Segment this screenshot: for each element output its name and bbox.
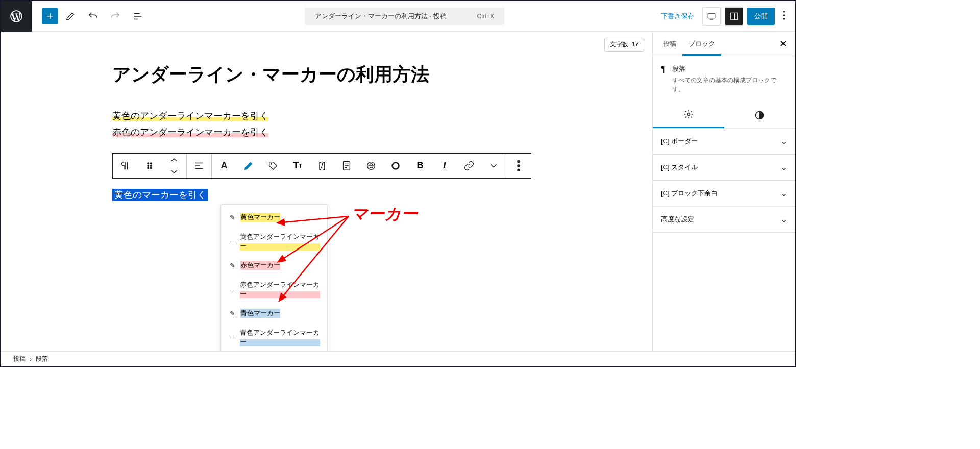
undo-icon[interactable] — [83, 6, 103, 27]
redo-icon[interactable] — [105, 6, 126, 27]
chevron-down-icon: ⌄ — [781, 215, 787, 223]
dash-icon: – — [228, 286, 236, 293]
dropdown-item-yellow-underline[interactable]: – 黄色アンダーラインマーカー — [221, 227, 327, 256]
pen-icon: ✎ — [228, 214, 236, 221]
dash-icon: – — [228, 334, 236, 341]
svg-point-4 — [783, 18, 785, 19]
dropdown-item-blue-underline[interactable]: – 青色アンダーラインマーカー — [221, 323, 327, 351]
shortcut-hint: Ctrl+K — [477, 13, 495, 20]
svg-point-2 — [783, 11, 785, 12]
breadcrumb-post[interactable]: 投稿 — [13, 355, 26, 363]
svg-rect-1 — [730, 13, 738, 20]
paragraph-line-1[interactable]: 黄色のアンダーラインマーカーを引く — [112, 111, 268, 121]
panel-advanced[interactable]: 高度な設定⌄ — [653, 207, 795, 233]
block-title: 段落 — [672, 64, 787, 73]
selected-text[interactable]: 黄色のマーカーを引く — [112, 189, 208, 201]
chevron-down-icon: ⌄ — [781, 137, 787, 145]
panel-margin[interactable]: [C] ブロック下余白⌄ — [653, 181, 795, 207]
svg-point-16 — [518, 165, 520, 167]
close-icon[interactable]: ✕ — [775, 36, 791, 52]
link-icon[interactable] — [457, 154, 481, 178]
dropdown-item-yellow-marker[interactable]: ✎ 黄色マーカー — [221, 208, 327, 227]
panel-style[interactable]: [C] スタイル⌄ — [653, 155, 795, 181]
svg-point-15 — [518, 160, 520, 162]
align-icon[interactable] — [187, 154, 211, 178]
svg-point-8 — [150, 165, 152, 166]
list-view-icon[interactable] — [128, 6, 148, 27]
top-toolbar: + アンダーライン・マーカーの利用方法 · 投稿 Ctrl+K 下書き保存 — [1, 1, 795, 32]
svg-point-9 — [148, 167, 149, 169]
settings-panel-toggle[interactable] — [725, 7, 743, 26]
settings-subtab-styles[interactable] — [724, 102, 796, 128]
svg-point-7 — [148, 165, 149, 166]
paragraph-line-2[interactable]: 赤色のアンダーラインマーカーを引く — [112, 127, 268, 137]
marker-dropdown: ✎ 黄色マーカー – 黄色アンダーラインマーカー ✎ 赤色マーカー – 赤色アン… — [220, 204, 328, 351]
editor-canvas[interactable]: 文字数: 17 アンダーライン・マーカーの利用方法 黄色のアンダーラインマーカー… — [1, 32, 652, 351]
font-size-icon[interactable]: TT — [285, 154, 310, 178]
svg-point-11 — [271, 163, 272, 164]
settings-subtab-gear[interactable] — [653, 102, 724, 128]
shortcode-icon[interactable]: [/] — [310, 154, 334, 178]
settings-sidebar: 投稿 ブロック ✕ ¶ 段落 すべての文章の基本の構成ブロックです。 [C] — [652, 32, 795, 351]
block-toolbar: A TT [/] B I — [112, 153, 531, 179]
italic-icon[interactable]: I — [432, 154, 457, 178]
marker-icon[interactable] — [236, 154, 261, 178]
pen-icon: ✎ — [228, 310, 236, 317]
save-draft-link[interactable]: 下書き保存 — [661, 12, 694, 21]
paragraph-block-icon[interactable] — [113, 154, 137, 178]
dash-icon: – — [228, 238, 236, 245]
dropdown-item-red-marker[interactable]: ✎ 赤色マーカー — [221, 256, 327, 275]
chevron-down-icon: ⌄ — [781, 189, 787, 197]
text-color-icon[interactable]: A — [212, 154, 236, 178]
svg-point-14 — [393, 162, 399, 169]
strikethrough-icon[interactable] — [359, 154, 383, 178]
wordpress-logo[interactable] — [1, 1, 32, 32]
drag-handle-icon[interactable] — [137, 154, 162, 178]
document-title: アンダーライン・マーカーの利用方法 · 投稿 — [315, 12, 447, 21]
circle-icon[interactable] — [383, 154, 408, 178]
more-options-icon[interactable] — [779, 7, 789, 26]
bold-icon[interactable]: B — [408, 154, 432, 178]
annotation-label: マーカー — [351, 203, 418, 226]
preview-icon[interactable] — [702, 7, 721, 26]
breadcrumb-separator: › — [30, 356, 32, 363]
tab-post[interactable]: 投稿 — [657, 32, 682, 56]
tab-block[interactable]: ブロック — [682, 32, 721, 56]
word-count-badge: 文字数: 17 — [604, 38, 644, 52]
dropdown-item-red-underline[interactable]: – 赤色アンダーラインマーカー — [221, 275, 327, 304]
document-title-bar[interactable]: アンダーライン・マーカーの利用方法 · 投稿 Ctrl+K — [305, 8, 505, 25]
block-info: ¶ 段落 すべての文章の基本の構成ブロックです。 — [653, 56, 795, 102]
svg-point-17 — [518, 169, 520, 171]
paragraph-icon: ¶ — [661, 64, 666, 94]
edit-mode-icon[interactable] — [60, 6, 81, 27]
breadcrumb-bar: 投稿 › 段落 — [1, 351, 795, 366]
pen-icon: ✎ — [228, 262, 236, 269]
svg-point-21 — [687, 113, 690, 116]
chevron-down-icon[interactable] — [481, 154, 506, 178]
svg-point-3 — [783, 14, 785, 16]
tag-icon[interactable] — [261, 154, 285, 178]
move-arrows-icon[interactable] — [162, 154, 186, 178]
more-icon[interactable] — [506, 154, 531, 178]
publish-button[interactable]: 公開 — [747, 8, 775, 25]
dropdown-item-blue-marker[interactable]: ✎ 青色マーカー — [221, 304, 327, 323]
chevron-down-icon: ⌄ — [781, 163, 787, 171]
post-title[interactable]: アンダーライン・マーカーの利用方法 — [112, 62, 541, 87]
add-block-button[interactable]: + — [42, 8, 58, 24]
panel-border[interactable]: [C] ボーダー⌄ — [653, 129, 795, 155]
block-description: すべての文章の基本の構成ブロックです。 — [672, 76, 787, 94]
svg-point-10 — [150, 167, 152, 169]
breadcrumb-block[interactable]: 段落 — [36, 355, 48, 363]
svg-point-6 — [150, 163, 152, 164]
document-icon[interactable] — [334, 154, 359, 178]
svg-point-5 — [148, 163, 149, 164]
svg-rect-0 — [708, 13, 715, 18]
